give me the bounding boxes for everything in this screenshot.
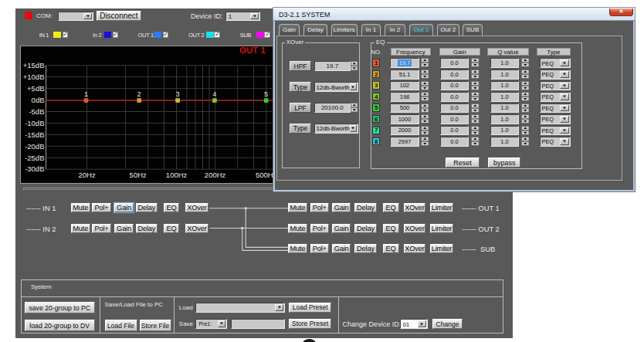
svg-text:OUT 1: OUT 1 bbox=[239, 46, 266, 55]
svg-text:+15dB: +15dB bbox=[23, 60, 45, 69]
svg-text:3: 3 bbox=[176, 90, 180, 98]
svg-text:2: 2 bbox=[137, 90, 141, 98]
svg-text:-30dB: -30dB bbox=[25, 164, 44, 173]
svg-text:+10dB: +10dB bbox=[23, 72, 45, 80]
svg-text:-10dB: -10dB bbox=[25, 118, 44, 127]
svg-text:200Hz: 200Hz bbox=[205, 170, 226, 178]
svg-text:0dB: 0dB bbox=[32, 95, 45, 103]
svg-text:4: 4 bbox=[213, 90, 217, 98]
svg-text:-25dB: -25dB bbox=[25, 153, 44, 161]
svg-text:+5dB: +5dB bbox=[27, 83, 44, 92]
svg-text:-5dB: -5dB bbox=[29, 107, 44, 115]
svg-text:-20dB: -20dB bbox=[25, 141, 44, 150]
svg-text:1: 1 bbox=[84, 90, 88, 98]
svg-text:-15dB: -15dB bbox=[25, 130, 44, 138]
svg-text:100Hz: 100Hz bbox=[166, 170, 188, 178]
svg-text:50Hz: 50Hz bbox=[130, 170, 147, 178]
svg-text:20Hz: 20Hz bbox=[79, 170, 96, 178]
svg-text:5: 5 bbox=[264, 90, 268, 98]
